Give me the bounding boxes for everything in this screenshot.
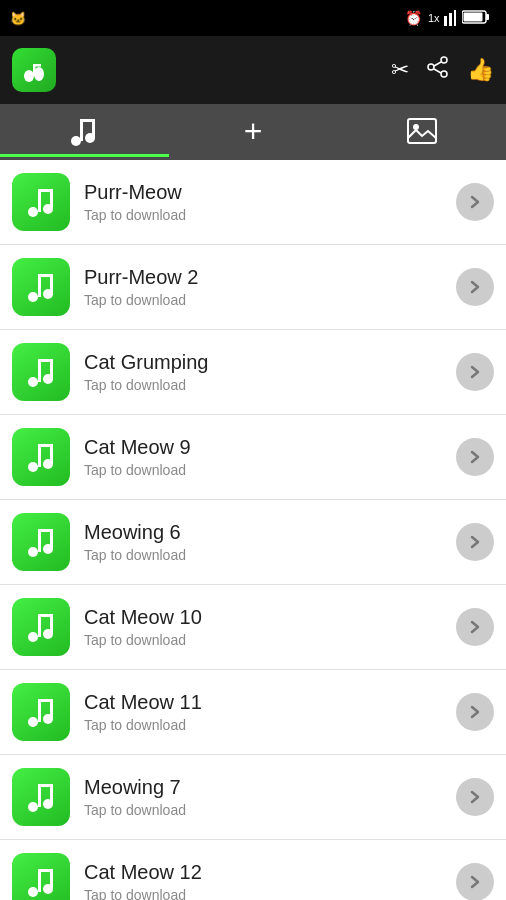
svg-rect-5 — [486, 14, 489, 20]
item-chevron[interactable] — [456, 438, 494, 476]
item-chevron[interactable] — [456, 863, 494, 900]
alarm-icon: ⏰ — [405, 10, 422, 26]
item-subtitle: Tap to download — [84, 887, 456, 900]
svg-line-15 — [434, 69, 441, 73]
item-title: Meowing 7 — [84, 776, 456, 799]
list-item[interactable]: Cat Meow 11 Tap to download — [0, 670, 506, 755]
svg-rect-35 — [38, 359, 41, 382]
svg-rect-60 — [38, 784, 41, 807]
status-right: ⏰ 1x — [405, 8, 496, 29]
item-title: Purr-Meow 2 — [84, 266, 456, 289]
item-chevron[interactable] — [456, 778, 494, 816]
item-chevron[interactable] — [456, 268, 494, 306]
list-item[interactable]: Meowing 7 Tap to download — [0, 755, 506, 840]
svg-rect-51 — [38, 614, 50, 617]
svg-rect-42 — [50, 444, 53, 464]
svg-rect-45 — [38, 529, 41, 552]
item-text: Meowing 6 Tap to download — [84, 521, 456, 563]
item-icon — [12, 343, 70, 401]
item-title: Purr-Meow — [84, 181, 456, 204]
svg-rect-61 — [38, 784, 50, 787]
list-item[interactable]: Cat Meow 10 Tap to download — [0, 585, 506, 670]
item-icon — [12, 598, 70, 656]
svg-point-23 — [28, 207, 38, 217]
svg-rect-55 — [38, 699, 41, 722]
item-chevron[interactable] — [456, 353, 494, 391]
item-subtitle: Tap to download — [84, 292, 456, 308]
svg-rect-10 — [33, 64, 41, 67]
list-item[interactable]: Cat Meow 12 Tap to download — [0, 840, 506, 900]
svg-rect-65 — [38, 869, 41, 892]
svg-rect-30 — [38, 274, 41, 297]
cat-icon: 🐱 — [10, 11, 26, 26]
svg-point-38 — [28, 462, 38, 472]
item-text: Cat Grumping Tap to download — [84, 351, 456, 393]
svg-point-12 — [428, 64, 434, 70]
svg-rect-1 — [444, 16, 447, 26]
item-chevron[interactable] — [456, 693, 494, 731]
item-text: Purr-Meow Tap to download — [84, 181, 456, 223]
item-text: Cat Meow 10 Tap to download — [84, 606, 456, 648]
item-icon — [12, 173, 70, 231]
ringtone-list: Purr-Meow Tap to download Purr-Meow 2 Ta… — [0, 160, 506, 900]
item-title: Cat Meow 9 — [84, 436, 456, 459]
item-subtitle: Tap to download — [84, 547, 456, 563]
item-icon — [12, 683, 70, 741]
list-item[interactable]: Purr-Meow 2 Tap to download — [0, 245, 506, 330]
list-item[interactable]: Cat Meow 9 Tap to download — [0, 415, 506, 500]
list-item[interactable]: Purr-Meow Tap to download — [0, 160, 506, 245]
item-subtitle: Tap to download — [84, 717, 456, 733]
item-text: Meowing 7 Tap to download — [84, 776, 456, 818]
svg-rect-66 — [38, 869, 50, 872]
svg-text:1x: 1x — [428, 12, 440, 24]
svg-rect-57 — [50, 699, 53, 719]
svg-point-11 — [441, 57, 447, 63]
item-text: Cat Meow 9 Tap to download — [84, 436, 456, 478]
item-chevron[interactable] — [456, 523, 494, 561]
svg-rect-6 — [464, 12, 483, 21]
item-chevron[interactable] — [456, 183, 494, 221]
svg-point-7 — [24, 70, 34, 82]
svg-point-43 — [28, 547, 38, 557]
tab-add[interactable]: + — [169, 104, 338, 157]
item-title: Cat Grumping — [84, 351, 456, 374]
thumbsup-icon[interactable]: 👍 — [467, 57, 494, 83]
svg-rect-19 — [80, 119, 92, 122]
list-item[interactable]: Cat Grumping Tap to download — [0, 330, 506, 415]
list-item[interactable]: Meowing 6 Tap to download — [0, 500, 506, 585]
svg-rect-40 — [38, 444, 41, 467]
svg-point-33 — [28, 377, 38, 387]
item-chevron[interactable] — [456, 608, 494, 646]
item-title: Meowing 6 — [84, 521, 456, 544]
svg-rect-21 — [408, 119, 436, 143]
app-bar-left — [12, 48, 68, 92]
item-icon — [12, 258, 70, 316]
svg-rect-31 — [38, 274, 50, 277]
item-subtitle: Tap to download — [84, 377, 456, 393]
item-icon — [12, 768, 70, 826]
app-bar-actions: ✂ 👍 — [391, 56, 494, 84]
svg-rect-20 — [92, 119, 95, 138]
item-title: Cat Meow 11 — [84, 691, 456, 714]
tab-gallery[interactable] — [337, 104, 506, 157]
svg-point-53 — [28, 717, 38, 727]
svg-rect-36 — [38, 359, 50, 362]
scissors-icon[interactable]: ✂ — [391, 57, 409, 83]
svg-rect-25 — [38, 189, 41, 212]
item-title: Cat Meow 10 — [84, 606, 456, 629]
share-icon[interactable] — [427, 56, 449, 84]
svg-rect-32 — [50, 274, 53, 294]
tab-ringtones[interactable] — [0, 104, 169, 157]
svg-rect-47 — [50, 529, 53, 549]
battery-icon — [462, 10, 490, 27]
svg-rect-37 — [50, 359, 53, 379]
svg-rect-46 — [38, 529, 50, 532]
app-bar: ✂ 👍 — [0, 36, 506, 104]
svg-rect-50 — [38, 614, 41, 637]
svg-rect-18 — [80, 119, 83, 141]
item-title: Cat Meow 12 — [84, 861, 456, 884]
svg-rect-3 — [454, 10, 456, 26]
svg-rect-62 — [50, 784, 53, 804]
item-subtitle: Tap to download — [84, 207, 456, 223]
status-left: 🐱 — [10, 11, 26, 26]
